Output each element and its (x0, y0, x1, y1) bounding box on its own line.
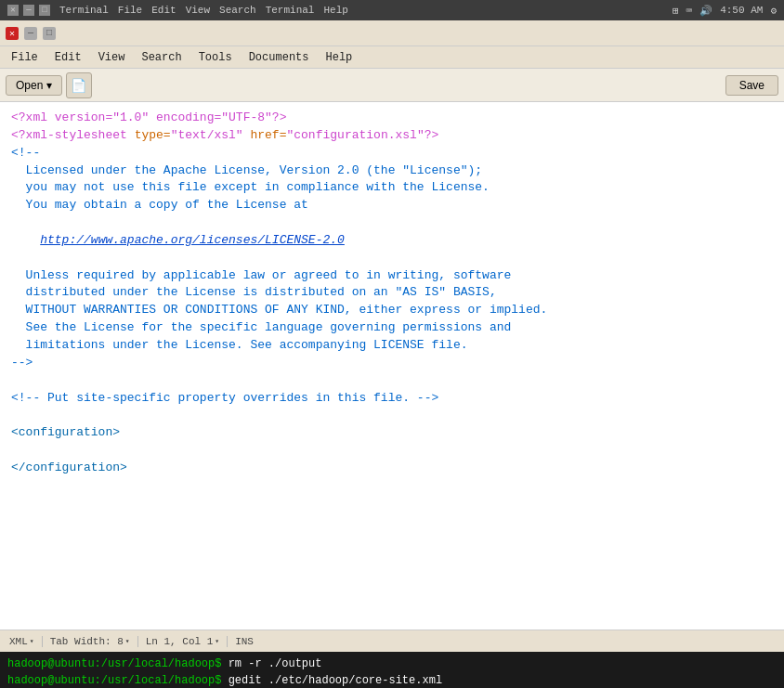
editor-line-12: WITHOUT WARRANTIES OR CONDITIONS OF ANY … (11, 302, 773, 319)
tab-chevron-icon: ▾ (125, 637, 130, 645)
sys-menu-search[interactable]: Search (219, 5, 256, 16)
system-bar-left: ✕ — □ Terminal File Edit View Search Ter… (7, 5, 348, 16)
terminal-cmd-1: rm -r ./output (229, 657, 322, 670)
editor-line-7 (11, 214, 773, 232)
ins-mode-label: INS (235, 636, 254, 647)
format-label: XML (9, 636, 28, 647)
position-dropdown[interactable]: Ln 1, Col 1 ▾ (146, 636, 219, 647)
save-button[interactable]: Save (725, 75, 778, 96)
terminal-line-2: hadoop@ubuntu:/usr/local/hadoop$ gedit .… (7, 672, 777, 688)
format-chevron-icon: ▾ (30, 637, 34, 645)
editor-line-8: http://www.apache.org/licenses/LICENSE-2… (11, 232, 773, 250)
tab-width-section[interactable]: Tab Width: 8 ▾ (43, 636, 138, 647)
editor-line-5: you may not use this file except in comp… (11, 179, 773, 197)
editor-line-16 (11, 372, 773, 390)
sys-menu-view[interactable]: View (186, 5, 210, 16)
format-section[interactable]: XML ▾ (9, 636, 43, 647)
system-bar: ✕ — □ Terminal File Edit View Search Ter… (0, 0, 784, 20)
sys-settings-icon[interactable]: ⚙ (770, 5, 777, 17)
terminal-prompt-1: hadoop@ubuntu:/usr/local/hadoop$ (7, 657, 221, 670)
maximize-button[interactable]: □ (43, 27, 56, 40)
menu-bar: File Edit View Search Tools Documents He… (0, 46, 784, 69)
sys-menu-help[interactable]: Help (323, 5, 347, 16)
minimize-button[interactable]: — (24, 27, 37, 40)
sys-menu-edit[interactable]: Edit (151, 5, 176, 16)
status-bar: XML ▾ Tab Width: 8 ▾ Ln 1, Col 1 ▾ INS (0, 630, 784, 652)
app-window: ✕ — □ File Edit View Search Tools Docume… (0, 20, 784, 652)
editor-line-11: distributed under the License is distrib… (11, 284, 773, 302)
editor-line-15: --> (11, 355, 773, 372)
editor-line-19: <configuration> (11, 424, 773, 442)
menu-file[interactable]: File (4, 49, 46, 66)
tab-width-label: Tab Width: 8 (50, 636, 124, 647)
new-file-icon[interactable]: 📄 (66, 72, 92, 98)
format-dropdown[interactable]: XML ▾ (9, 636, 34, 647)
sys-network-icon: ⊞ (673, 5, 679, 17)
editor-line-17: <!-- Put site-specific property override… (11, 390, 773, 408)
editor-line-1: <?xml version="1.0" encoding="UTF-8"?> (11, 110, 773, 127)
editor-line-10: Unless required by applicable law or agr… (11, 267, 773, 285)
editor-line-14: limitations under the License. See accom… (11, 337, 773, 355)
editor-line-6: You may obtain a copy of the License at (11, 197, 773, 214)
sys-menu-terminal2[interactable]: Terminal (266, 5, 315, 16)
ins-section: INS (228, 636, 261, 647)
editor-line-13: See the License for the specific languag… (11, 319, 773, 337)
system-win-controls[interactable]: ✕ — □ (7, 5, 50, 16)
open-button[interactable]: Open ▾ (6, 75, 62, 96)
title-bar: ✕ — □ (0, 20, 784, 46)
menu-help[interactable]: Help (318, 49, 359, 66)
sys-keyboard-icon: ⌨ (686, 5, 693, 17)
editor-line-9 (11, 250, 773, 267)
terminal-area: hadoop@ubuntu:/usr/local/hadoop$ rm -r .… (0, 652, 784, 688)
editor-area[interactable]: <?xml version="1.0" encoding="UTF-8"?> <… (0, 102, 784, 630)
system-bar-right: ⊞ ⌨ 🔊 4:50 AM ⚙ (673, 5, 777, 17)
sys-menu-file[interactable]: File (118, 5, 142, 16)
sys-max-btn[interactable]: □ (39, 5, 50, 16)
terminal-prompt-2: hadoop@ubuntu:/usr/local/hadoop$ (7, 674, 221, 687)
sys-menu-terminal[interactable]: Terminal (59, 5, 109, 16)
position-label: Ln 1, Col 1 (146, 636, 214, 647)
editor-line-3: <!-- (11, 145, 773, 162)
editor-line-4: Licensed under the Apache License, Versi… (11, 162, 773, 180)
menu-search[interactable]: Search (134, 49, 189, 66)
menu-tools[interactable]: Tools (191, 49, 240, 66)
terminal-line-1: hadoop@ubuntu:/usr/local/hadoop$ rm -r .… (7, 656, 777, 672)
menu-edit[interactable]: Edit (47, 49, 89, 66)
editor-line-2: <?xml-stylesheet type="text/xsl" href="c… (11, 127, 773, 145)
sys-min-btn[interactable]: — (23, 5, 34, 16)
position-section[interactable]: Ln 1, Col 1 ▾ (138, 636, 228, 647)
sys-volume-icon: 🔊 (699, 5, 712, 17)
sys-close-btn[interactable]: ✕ (7, 5, 19, 16)
close-button[interactable]: ✕ (6, 27, 19, 40)
editor-line-21: </configuration> (11, 460, 773, 477)
position-chevron-icon: ▾ (215, 637, 219, 645)
editor-line-18 (11, 407, 773, 424)
menu-documents[interactable]: Documents (242, 49, 317, 66)
terminal-cmd-2: gedit ./etc/hadoop/core-site.xml (229, 674, 442, 687)
open-button-label: Open ▾ (16, 79, 52, 92)
sys-time: 4:50 AM (720, 5, 763, 16)
menu-view[interactable]: View (91, 49, 133, 66)
editor-line-20 (11, 442, 773, 460)
tab-width-dropdown[interactable]: Tab Width: 8 ▾ (50, 636, 130, 647)
toolbar: Open ▾ 📄 Save (0, 69, 784, 102)
